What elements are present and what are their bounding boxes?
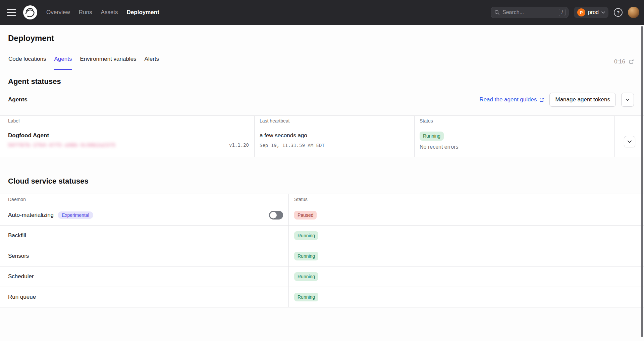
agent-row-expand-button[interactable]	[624, 136, 635, 147]
daemon-name: Auto-materializing	[8, 212, 54, 218]
toggle-knob	[270, 212, 277, 218]
agent-tokens-menu-button[interactable]	[621, 93, 634, 107]
daemon-name: Run queue	[8, 294, 36, 300]
cloud-services-table: Daemon Status Auto-materializing Experim…	[0, 194, 644, 307]
agents-subheading: Agents	[8, 96, 28, 103]
tab-code-locations[interactable]: Code locations	[8, 56, 46, 70]
daemon-row-sensors: Sensors Running	[0, 246, 644, 266]
tab-environment-variables[interactable]: Environment variables	[79, 56, 137, 70]
column-header-status: Status	[289, 197, 644, 202]
agent-name: Dogfood Agent	[8, 132, 249, 139]
help-icon[interactable]: ?	[614, 8, 623, 17]
page-title: Deployment	[8, 34, 636, 43]
agent-id-redacted: 507f87b-2f64-47f5-a98b-9c90b2a2375	[8, 142, 116, 148]
refresh-icon[interactable]	[628, 59, 634, 65]
column-header-label: Label	[0, 116, 255, 126]
daemon-status-badge: Running	[294, 252, 318, 261]
tab-alerts[interactable]: Alerts	[144, 56, 159, 70]
agent-statuses-heading: Agent statuses	[8, 77, 636, 86]
search-shortcut-hint: /	[559, 9, 566, 16]
daemon-row-backfill: Backfill Running	[0, 226, 644, 246]
external-link-icon	[539, 97, 544, 102]
top-nav: Overview Runs Assets Deployment / P prod…	[0, 0, 644, 25]
org-name: prod	[588, 9, 599, 15]
dagster-logo-icon[interactable]	[23, 5, 38, 20]
menu-icon[interactable]	[7, 9, 16, 16]
daemon-status-badge: Running	[294, 231, 318, 240]
daemon-status-badge: Running	[294, 293, 318, 302]
user-avatar[interactable]	[628, 7, 639, 18]
main-content: Deployment Code locations Agents Environ…	[0, 25, 644, 307]
scrollbar-thumb[interactable]	[641, 26, 643, 337]
primary-nav: Overview Runs Assets Deployment	[46, 9, 159, 16]
agents-table-header: Label Last heartbeat Status	[0, 116, 644, 126]
agents-table: Label Last heartbeat Status Dogfood Agen…	[0, 115, 644, 157]
search-input[interactable]	[502, 9, 556, 15]
nav-item-assets[interactable]: Assets	[101, 9, 118, 16]
agent-row: Dogfood Agent 507f87b-2f64-47f5-a98b-9c9…	[0, 126, 644, 157]
nav-item-runs[interactable]: Runs	[79, 9, 92, 16]
column-header-daemon: Daemon	[0, 194, 289, 205]
agent-guides-link[interactable]: Read the agent guides	[479, 96, 544, 103]
daemon-name: Scheduler	[8, 273, 34, 280]
heartbeat-relative: a few seconds ago	[260, 132, 414, 139]
agent-guides-link-label: Read the agent guides	[479, 96, 537, 103]
chevron-down-icon	[628, 140, 632, 143]
chevron-down-icon	[601, 11, 605, 14]
cloud-service-statuses-heading: Cloud service statuses	[8, 177, 636, 186]
search-box[interactable]: /	[491, 7, 569, 18]
daemon-status-badge: Running	[294, 272, 318, 281]
cloud-table-header: Daemon Status	[0, 194, 644, 205]
search-icon	[494, 10, 500, 15]
daemon-status-badge: Paused	[294, 211, 317, 220]
nav-item-deployment[interactable]: Deployment	[127, 9, 159, 16]
daemon-name: Backfill	[8, 232, 26, 239]
tab-agents[interactable]: Agents	[54, 56, 72, 70]
agent-status-badge: Running	[420, 132, 444, 141]
org-switcher[interactable]: P prod	[574, 7, 608, 18]
column-header-status: Status	[415, 116, 615, 126]
agent-version: v1.1.20	[229, 142, 249, 148]
daemon-row-run-queue: Run queue Running	[0, 287, 644, 307]
daemon-name: Sensors	[8, 253, 29, 259]
caret-down-icon	[626, 99, 629, 101]
heartbeat-timestamp: Sep 19, 11:31:59 AM EDT	[260, 143, 414, 148]
refresh-timer: 0:16	[614, 58, 625, 65]
manage-agent-tokens-button[interactable]: Manage agent tokens	[549, 93, 616, 107]
daemon-row-scheduler: Scheduler Running	[0, 266, 644, 287]
daemon-row-auto-materializing: Auto-materializing Experimental Paused	[0, 205, 644, 226]
auto-materializing-toggle[interactable]	[269, 211, 283, 220]
column-header-actions	[615, 116, 644, 126]
column-header-last-heartbeat: Last heartbeat	[255, 116, 415, 126]
nav-item-overview[interactable]: Overview	[46, 9, 70, 16]
experimental-badge: Experimental	[58, 211, 93, 219]
tab-bar: Code locations Agents Environment variab…	[0, 56, 644, 70]
org-avatar: P	[577, 8, 585, 16]
agent-status-note: No recent errors	[420, 144, 614, 150]
